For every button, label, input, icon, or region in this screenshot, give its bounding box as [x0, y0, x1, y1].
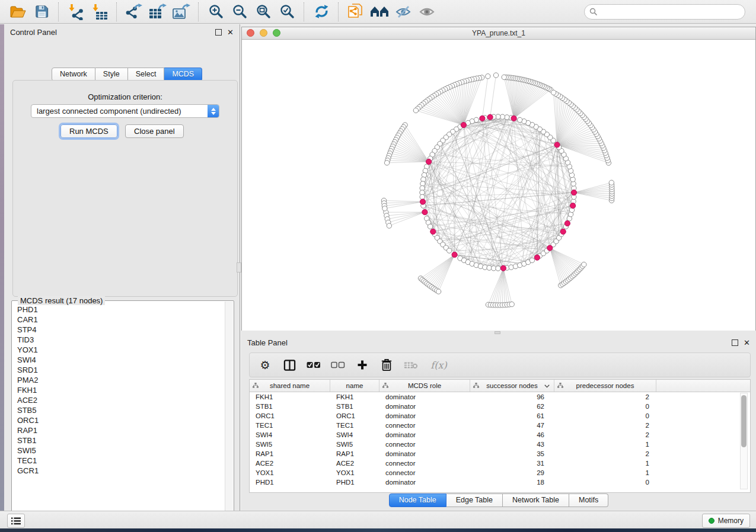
close-panel-button[interactable]: Close panel	[125, 124, 184, 138]
task-history-button[interactable]	[7, 514, 25, 528]
zoom-out-button[interactable]	[229, 2, 250, 22]
mcds-result-item[interactable]: CAR1	[12, 315, 225, 325]
mcds-result-item[interactable]: ORC1	[12, 415, 225, 425]
mcds-result-item[interactable]: FKH1	[12, 385, 225, 395]
mcds-result-item[interactable]: GCR1	[12, 466, 225, 476]
memory-button[interactable]: Memory	[702, 514, 750, 528]
column-header-MCDS-role[interactable]: MCDS role	[379, 380, 470, 392]
network-canvas[interactable]	[242, 40, 755, 331]
table-row[interactable]: SWI4SWI4dominator462	[250, 430, 750, 440]
tab-node-table[interactable]: Node Table	[389, 493, 446, 507]
column-header-predecessor-nodes[interactable]: predecessor nodes	[554, 380, 656, 392]
desktop-bottom-strip	[0, 528, 756, 532]
tab-style[interactable]: Style	[95, 68, 128, 81]
tab-network-table[interactable]: Network Table	[503, 493, 569, 507]
mcds-result-list[interactable]: PHD1CAR1STP4TID3YOX1SWI4SRD1PMA2FKH1ACE2…	[12, 305, 225, 521]
tab-network[interactable]: Network	[52, 68, 95, 81]
table-cell: YOX1	[330, 469, 379, 476]
table-row[interactable]: RAP1RAP1dominator352	[250, 449, 750, 459]
add-column-button[interactable]	[355, 358, 369, 372]
deselect-all-button[interactable]	[331, 358, 345, 372]
table-row[interactable]: TEC1TEC1connector472	[250, 421, 750, 430]
column-header-successor-nodes[interactable]: successor nodes	[470, 380, 554, 392]
delete-column-button[interactable]	[379, 358, 394, 372]
float-panel-icon[interactable]	[732, 339, 738, 346]
table-row[interactable]: SWI5SWI5connector431	[250, 440, 750, 449]
tab-motifs[interactable]: Motifs	[569, 493, 608, 507]
export-image-button[interactable]	[171, 2, 192, 22]
import-network-button[interactable]	[65, 2, 87, 22]
column-header-name[interactable]: name	[330, 380, 379, 392]
search-field[interactable]	[584, 4, 745, 20]
zoom-out-icon	[232, 4, 248, 20]
hide-graphics-details-button[interactable]	[393, 2, 414, 22]
table-cell: 2	[554, 422, 656, 429]
mcds-result-item[interactable]: TID3	[12, 335, 225, 345]
mcds-result-item[interactable]: YOX1	[12, 345, 225, 355]
delete-table-icon	[404, 360, 418, 370]
table-row[interactable]: YOX1YOX1connector291	[250, 468, 750, 477]
run-mcds-button[interactable]: Run MCDS	[60, 124, 117, 138]
mcds-result-item[interactable]: STB5	[12, 405, 225, 415]
mcds-result-scrollbar[interactable]	[225, 302, 233, 521]
tab-mcds[interactable]: MCDS	[164, 68, 202, 81]
tab-edge-table[interactable]: Edge Table	[446, 493, 503, 507]
table-cell: 18	[470, 479, 554, 486]
toolbar-separator	[198, 2, 199, 21]
optimization-criterion-select[interactable]: largest connected component (undirected)	[31, 104, 219, 118]
open-button[interactable]	[7, 2, 28, 22]
new-network-from-selection-button[interactable]	[345, 2, 366, 22]
column-header-shared-name[interactable]: shared name	[250, 380, 330, 392]
zoom-selected-button[interactable]	[276, 2, 298, 22]
export-network-button[interactable]	[123, 2, 145, 22]
table-row[interactable]: FKH1FKH1dominator962	[250, 392, 750, 402]
table-cell: RAP1	[250, 450, 330, 457]
close-panel-icon[interactable]: ✕	[744, 339, 750, 347]
table-cell: FKH1	[250, 393, 330, 400]
maximize-window-icon[interactable]	[273, 29, 280, 37]
mcds-result-item[interactable]: TEC1	[12, 456, 225, 466]
export-table-button[interactable]	[147, 2, 168, 22]
close-panel-icon[interactable]: ✕	[227, 28, 234, 36]
table-panel-title: Table Panel	[247, 338, 732, 347]
tab-select[interactable]: Select	[128, 68, 165, 81]
network-window-titlebar[interactable]: YPA_prune.txt_1	[242, 27, 755, 40]
mcds-result-item[interactable]: SRD1	[12, 365, 225, 375]
float-panel-icon[interactable]	[215, 29, 222, 36]
minimize-window-icon[interactable]	[260, 29, 267, 37]
table-row[interactable]: ACE2ACE2connector311	[250, 459, 750, 468]
refresh-button[interactable]	[311, 2, 332, 22]
show-columns-button[interactable]	[282, 358, 296, 372]
table-row[interactable]: PHD1PHD1dominator180	[250, 477, 750, 487]
select-all-button[interactable]	[307, 358, 321, 372]
close-window-icon[interactable]	[247, 29, 254, 37]
node-table-scrollbar[interactable]	[740, 393, 748, 489]
mcds-result-item[interactable]: SWI4	[12, 355, 225, 365]
zoom-fit-button[interactable]	[253, 2, 274, 22]
mcds-result-item[interactable]: STP4	[12, 325, 225, 335]
table-cell: 46	[470, 431, 554, 438]
horizontal-splitter[interactable]	[241, 331, 756, 335]
mcds-result-item[interactable]: SWI5	[12, 446, 225, 456]
mcds-result-item[interactable]: RAP1	[12, 425, 225, 435]
mcds-result-item[interactable]: PHD1	[12, 305, 225, 315]
vertical-splitter-handle[interactable]	[237, 262, 241, 273]
zoom-in-button[interactable]	[205, 2, 227, 22]
gear-icon: ⚙	[260, 360, 270, 371]
mcds-result-item[interactable]: STB1	[12, 435, 225, 446]
scrollbar-thumb[interactable]	[741, 395, 747, 447]
table-cell: connector	[379, 422, 470, 429]
horizontal-splitter-handle[interactable]	[495, 331, 500, 334]
first-neighbors-button[interactable]	[369, 2, 390, 22]
table-row[interactable]: STB1STB1dominator620	[250, 402, 750, 411]
mcds-result-item[interactable]: ACE2	[12, 395, 225, 405]
import-table-button[interactable]	[89, 2, 110, 22]
search-input[interactable]	[601, 7, 740, 17]
table-settings-button[interactable]: ⚙	[258, 358, 272, 372]
mcds-result-item[interactable]: PMA2	[12, 375, 225, 385]
zoom-in-icon	[208, 4, 224, 20]
function-builder-button: f(x)	[428, 358, 449, 372]
export-network-icon	[125, 4, 143, 20]
table-row[interactable]: ORC1ORC1dominator610	[250, 411, 750, 421]
save-button[interactable]	[31, 2, 52, 22]
